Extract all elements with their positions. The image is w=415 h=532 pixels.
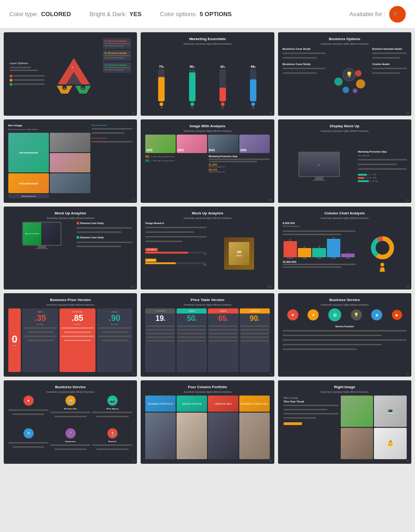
slide11-subtitle: Assertively repurpose highly efficient i… xyxy=(145,303,269,306)
slide-number-7: 07/5 xyxy=(130,285,135,288)
brand-logo-icon: P xyxy=(389,6,406,23)
bulb-graphic: 💡 xyxy=(333,63,365,95)
slide-number-14: 14 xyxy=(269,460,272,462)
bright-dark-item: Bright & Dark: YES xyxy=(89,11,142,18)
slide7-title: Mock Up Anaylsis xyxy=(8,211,132,215)
slide-price-table[interactable]: Price Table Version Assertively repurpos… xyxy=(141,293,274,377)
bright-dark-value: YES xyxy=(130,11,142,18)
slide-number-5: 05 xyxy=(269,199,272,201)
slide-number-10: 10 xyxy=(132,372,135,375)
color-options-label: Color options: xyxy=(160,11,197,18)
slide12-subtitle: Assertively repurpose highly efficient i… xyxy=(283,303,407,306)
slide-number-3: 03 xyxy=(406,112,409,114)
slide-number-15: 15 xyxy=(406,460,409,462)
available-label: Available for : xyxy=(349,11,385,18)
svg-point-11 xyxy=(334,77,343,86)
slide11-title: Price Table Version xyxy=(145,298,269,302)
slide7-subtitle: Assertively repurpose highly efficient i… xyxy=(8,217,132,219)
slide6-subtitle: Assertively repurpose highly efficient i… xyxy=(283,130,407,132)
slide-number-11: 11 xyxy=(269,372,272,375)
svg-text:✈: ✈ xyxy=(71,66,73,69)
slide14-subtitle: Assertively repurpose highly efficient i… xyxy=(145,390,269,393)
slide-display-mockup[interactable]: Display Mock Up Assertively repurpose hi… xyxy=(278,119,411,203)
slide13-title: Business Service xyxy=(8,385,132,389)
svg-point-14 xyxy=(343,87,349,93)
color-options-value: 5 OPTIONS xyxy=(200,11,231,18)
slide-number-8: 08/1 xyxy=(267,285,272,288)
slide15-title: Right Image xyxy=(283,385,407,389)
slide9-subtitle: Assertively repurpose highly efficient i… xyxy=(283,217,407,219)
svg-point-13 xyxy=(356,79,365,89)
header: Color type: COLORED Bright & Dark: YES C… xyxy=(0,0,415,29)
slide-box-image[interactable]: Box Image Assertively repurpose highly e… xyxy=(4,119,137,203)
slide-number-12: 12 xyxy=(406,372,409,375)
color-type-label: Color type: xyxy=(9,11,38,18)
color-options-item: Color options: 5 OPTIONS xyxy=(160,11,232,18)
slide2-subtitle: Assertively repurpose highly efficient i… xyxy=(145,42,269,45)
slide-marketing-essentials[interactable]: Marketing Essentials Assertively repurpo… xyxy=(141,32,274,116)
svg-text:💡: 💡 xyxy=(345,71,352,78)
svg-text:03: 03 xyxy=(82,87,84,89)
slide1-title-left: Layer Options xyxy=(10,62,45,65)
slide-number-9: 09 xyxy=(406,285,409,288)
slide-number-1: 01 xyxy=(132,112,135,114)
slide8-subtitle: Assertively repurpose highly efficient i… xyxy=(145,217,269,219)
slide8-title: Mock Up Anaylsis xyxy=(145,211,269,215)
slide-business-service-2[interactable]: Business Service Assertively repurpose h… xyxy=(4,380,137,464)
slide5-subtitle: Assertively repurpose highly efficient i… xyxy=(145,130,269,132)
slide9-title: Column Chart Analysis xyxy=(283,211,407,215)
slide6-title: Display Mock Up xyxy=(283,124,407,128)
slide10-title: Business Price Version xyxy=(8,298,132,302)
slide15-subtitle: Assertively repurpose highly efficient i… xyxy=(283,390,407,393)
slide-right-image[interactable]: Right Image Assertively repurpose highly… xyxy=(278,380,411,464)
slide10-subtitle: Assertively repurpose highly efficient i… xyxy=(8,303,132,306)
donut-chart xyxy=(370,235,395,260)
slide-mockup-analysis-1[interactable]: Mock Up Anaylsis Assertively repurpose h… xyxy=(4,207,137,290)
slide12-title: Business Service xyxy=(283,298,407,302)
slide-image-analysis[interactable]: Image With Analysis Assertively repurpos… xyxy=(141,119,274,203)
slide-mockup-analysis-2[interactable]: Mock Up Anaylsis Assertively repurpose h… xyxy=(141,207,274,290)
bright-dark-label: Bright & Dark: xyxy=(89,11,127,18)
available-for-section: Available for : P xyxy=(349,6,406,23)
slide-layer-options[interactable]: Layer Options xyxy=(4,32,137,116)
slide-business-service-1[interactable]: Business Service Assertively repurpose h… xyxy=(278,293,411,377)
slide3-title: Business Options xyxy=(283,37,407,41)
slide13-subtitle: Assertively repurpose highly efficient i… xyxy=(8,390,132,393)
slide-number-4: 04 xyxy=(132,199,135,201)
slide2-title: Marketing Essentials xyxy=(145,37,269,41)
svg-point-12 xyxy=(355,70,362,77)
svg-point-15 xyxy=(353,89,357,93)
slides-grid: Layer Options xyxy=(0,29,415,467)
slide-number-2: 02 xyxy=(269,112,272,114)
slide-number-13: 13 xyxy=(132,460,135,462)
triangle-graphic: ✈ 02 03 xyxy=(48,54,99,94)
slide-column-chart[interactable]: Column Chart Analysis Assertively repurp… xyxy=(278,207,411,290)
slide3-subtitle: Assertively repurpose highly efficient i… xyxy=(283,42,407,45)
color-type-value: COLORED xyxy=(41,11,71,18)
slide14-title: Four Column Portfolio xyxy=(145,385,269,389)
slide-number-6: 06 xyxy=(406,199,409,201)
slide5-title: Image With Analysis xyxy=(145,124,269,128)
slide-four-column-portfolio[interactable]: Four Column Portfolio Assertively repurp… xyxy=(141,380,274,464)
color-type-item: Color type: COLORED xyxy=(9,11,71,18)
svg-text:02: 02 xyxy=(64,87,66,89)
slide-business-options[interactable]: Business Options Assertively repurpose h… xyxy=(278,32,411,116)
slide-business-price[interactable]: Business Price Version Assertively repur… xyxy=(4,293,137,377)
